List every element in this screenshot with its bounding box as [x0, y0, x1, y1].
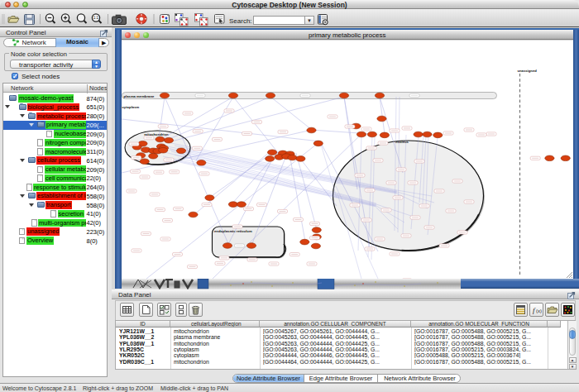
svg-text:unassigned: unassigned — [517, 69, 537, 73]
svg-text:cytoplasm: cytoplasm — [122, 104, 139, 108]
svg-text:endoplasmic reticulum: endoplasmic reticulum — [214, 228, 252, 232]
svg-text:plasma membrane: plasma membrane — [123, 93, 154, 98]
svg-text:1:1: 1:1 — [93, 16, 99, 20]
svg-text:mitochondrion: mitochondrion — [144, 132, 169, 136]
svg-text:nucleus: nucleus — [395, 139, 409, 143]
svg-text:(x): (x) — [536, 308, 542, 313]
